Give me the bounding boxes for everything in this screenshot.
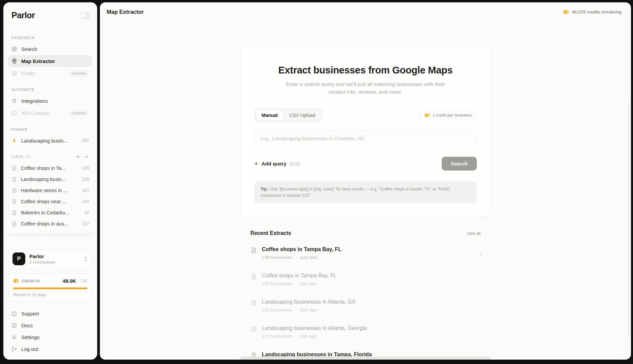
list-item-count: 124 <box>82 199 89 204</box>
extract-business-count: 191 businesses <box>262 307 292 312</box>
extract-title: Landscaping businesses in Atlanta, Georg… <box>262 325 367 331</box>
document-icon <box>11 188 17 193</box>
sidebar-item-integrations[interactable]: Integrations <box>8 95 92 107</box>
input-mode-tabs: Manual CSV Upload <box>254 108 323 122</box>
sidebar-list-item[interactable]: Landscaping busin... 218 <box>8 174 92 185</box>
document-icon <box>11 199 17 204</box>
extract-time: Just now <box>300 255 317 260</box>
section-label-pinned: PINNED <box>8 127 92 131</box>
credits-progress-bar <box>13 287 87 289</box>
list-item-label: Coffee shops in aus... <box>21 221 68 226</box>
add-query-button[interactable]: Add query (1/5) <box>254 161 300 166</box>
gear-icon <box>11 335 17 340</box>
sidebar-item-support[interactable]: Support <box>8 308 92 320</box>
coins-icon <box>424 113 430 117</box>
toggle-knob <box>81 13 85 18</box>
coins-icon <box>563 10 569 14</box>
coming-badge: COMING <box>69 110 89 116</box>
lightning-icon <box>11 138 17 144</box>
add-list-button[interactable] <box>76 154 80 159</box>
extract-time: 18m ago <box>300 281 317 286</box>
sidebar-list-item[interactable]: Hardware stores in ... 187 <box>8 185 92 196</box>
terminal-icon <box>11 110 17 116</box>
app-logo: Parlor <box>11 10 35 20</box>
sidebar-list-item[interactable]: Coffee shops in aus... 172 <box>8 218 92 229</box>
list-item-count: 187 <box>82 188 89 193</box>
tab-csv-upload[interactable]: CSV Upload <box>283 110 321 121</box>
document-icon <box>11 177 17 182</box>
sidebar-item-logout[interactable]: Log out <box>8 343 92 355</box>
extractor-card: Extract businesses from Google Maps Ente… <box>240 47 491 217</box>
document-icon <box>250 326 257 332</box>
workspace-avatar: P <box>12 252 25 265</box>
lists-count: 10 <box>26 155 31 159</box>
sidebar-item-finder[interactable]: Finder COMING <box>8 67 92 79</box>
main-scrollbar[interactable] <box>628 104 630 337</box>
nav-label: Search <box>21 46 37 52</box>
id-card-icon <box>11 70 17 76</box>
list-item-count: 15 <box>84 210 89 215</box>
workspace-name: Parlor <box>29 253 55 259</box>
compass-icon <box>11 46 17 52</box>
extract-time: 33m ago <box>300 334 317 339</box>
tip-box: Tip:Use "[business type] in [city, state… <box>254 181 477 204</box>
sidebar-list-item[interactable]: Coffee shops in Ta... 178 <box>8 162 92 174</box>
credits-used: 48.0K <box>63 278 76 284</box>
pinned-count: 201 <box>82 138 89 143</box>
workspace-switcher[interactable]: P Parlor 2 workspaces <box>8 249 92 269</box>
list-overflow-fade <box>8 231 92 236</box>
tab-manual[interactable]: Manual <box>256 110 283 121</box>
list-item-label: Coffee shops near ... <box>21 199 66 204</box>
sidebar-item-map-extractor[interactable]: Map Extractor <box>8 55 92 67</box>
extract-business-count: 178 businesses <box>262 255 292 260</box>
workspace-subtitle: 2 workspaces <box>29 260 55 265</box>
extract-time: 32m ago <box>300 307 317 312</box>
recent-extracts-title: Recent Extracts <box>250 230 291 236</box>
dot-separator: · <box>295 307 297 312</box>
extract-title: Coffee shops in Tampa Bay, FL <box>262 273 336 279</box>
sidebar: Parlor RESEARCH Search Map Extractor Fin… <box>3 2 97 360</box>
see-all-link[interactable]: See all <box>467 231 480 236</box>
chevron-right-icon <box>479 252 483 256</box>
recent-extract-row[interactable]: Coffee shops in Tampa Bay, FL 178 busine… <box>250 273 480 286</box>
cost-badge-text: 1 credit per business <box>433 113 471 118</box>
sidebar-list-item[interactable]: Coffee shops near ... 124 <box>8 196 92 207</box>
sidebar-item-pinned-list[interactable]: Landscaping busin... 201 <box>8 135 92 146</box>
list-item-count: 218 <box>82 177 89 182</box>
sidebar-bottom: P Parlor 2 workspaces CREDITS 48.0K / 5K… <box>3 246 97 360</box>
sidebar-item-search[interactable]: Search <box>8 43 92 55</box>
document-icon <box>11 221 17 226</box>
list-item-count: 172 <box>82 221 89 226</box>
list-item-label: Hardware stores in ... <box>21 188 67 193</box>
document-icon <box>11 165 17 171</box>
add-query-count: (1/5) <box>290 161 300 166</box>
sidebar-collapse-toggle[interactable] <box>80 12 90 19</box>
extract-business-count: 172 businesses <box>262 334 292 339</box>
sidebar-item-settings[interactable]: Settings <box>8 331 92 343</box>
sidebar-item-api-console[interactable]: API Console COMING <box>8 107 92 119</box>
recent-extract-row[interactable]: Coffee shops in Tampa Bay, FL 178 busine… <box>250 246 480 260</box>
lists-header: LISTS 10 <box>8 154 92 159</box>
map-pin-icon <box>11 58 17 64</box>
extract-business-count: 178 businesses <box>262 281 292 286</box>
query-input[interactable] <box>254 130 477 147</box>
nav-label: Map Extractor <box>21 58 55 64</box>
sidebar-item-docs[interactable]: Docs <box>8 320 92 331</box>
recent-extract-row[interactable]: Landscaping businesses in Atlanta, Georg… <box>250 325 480 339</box>
document-icon <box>250 300 257 306</box>
pinned-label: Landscaping busin... <box>21 138 68 144</box>
coins-icon <box>13 279 19 283</box>
document-icon <box>11 210 17 215</box>
main-panel: Map Extractor 48,029 credits remaining E… <box>100 2 631 360</box>
cost-badge: 1 credit per business <box>419 110 477 120</box>
credits-remaining-text: 48,029 credits remaining <box>572 9 622 14</box>
sidebar-footer-links: Support Docs Settings Log out <box>8 308 92 355</box>
list-item-count: 178 <box>82 166 89 171</box>
book-icon <box>11 323 17 328</box>
search-button[interactable]: Search <box>442 157 477 171</box>
list-item-label: Bakeries in Cedarbu... <box>21 210 69 215</box>
recent-extract-row[interactable]: Landscaping businesses in Atlanta, GA 19… <box>250 299 480 312</box>
extract-title: Coffee shops in Tampa Bay, FL <box>262 246 341 252</box>
sidebar-list-item[interactable]: Bakeries in Cedarbu... 15 <box>8 207 92 218</box>
collapse-lists-chevron-down-icon[interactable] <box>84 154 89 159</box>
